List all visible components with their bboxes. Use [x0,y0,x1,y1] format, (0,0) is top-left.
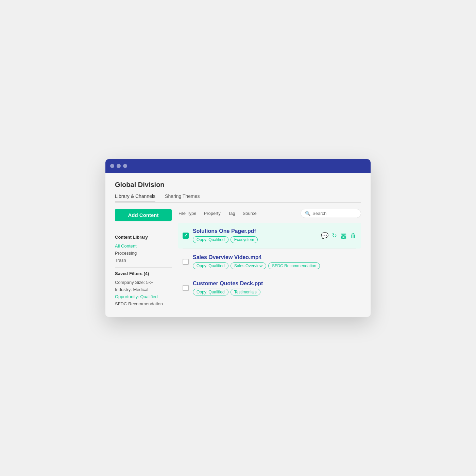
row-info-3: Customer Quotes Deck.ppt Oppy: Qualified… [193,280,356,295]
filter-property[interactable]: Property [203,209,221,217]
tag-3-1[interactable]: Testimonials [231,289,260,295]
content-row-1: Solutions One Pager.pdf Oppy: Qualified … [178,223,361,249]
row-title-2: Sales Overview Video.mp4 [193,254,356,260]
checkbox-checked-row-1 [183,233,189,239]
filter-tag[interactable]: Tag [227,209,236,217]
search-box: 🔍 [301,209,361,218]
checkbox-row-3[interactable] [183,285,189,291]
content-row-2: Sales Overview Video.mp4 Oppy: Qualified… [178,249,361,275]
checkbox-unchecked-row-2 [183,259,189,265]
dot-green [123,164,127,168]
row-tags-2: Oppy: Qualified Sales Overview SFDC Reco… [193,262,356,269]
toolbar: File Type Property Tag Source 🔍 [178,209,361,218]
search-icon: 🔍 [305,211,310,216]
sidebar-item-processing[interactable]: Processing [115,250,172,257]
app-title: Global Division [115,181,361,189]
row-tags-1: Oppy: Qualified Ecosystem [193,236,317,243]
filter-file-type[interactable]: File Type [178,209,197,217]
tabs-bar: Library & Channels Sharing Themes [115,193,361,203]
content-row-3: Customer Quotes Deck.ppt Oppy: Qualified… [178,275,361,301]
stats-icon[interactable]: ▩ [340,232,347,240]
checkbox-row-2[interactable] [183,259,189,265]
dot-yellow [117,164,121,168]
filter-source[interactable]: Source [242,209,257,217]
tag-1-0[interactable]: Oppy: Qualified [193,236,228,243]
row-info-2: Sales Overview Video.mp4 Oppy: Qualified… [193,254,356,269]
dot-red [110,164,114,168]
tab-sharing[interactable]: Sharing Themes [165,193,200,202]
tag-2-1[interactable]: Sales Overview [231,262,266,269]
row-info-1: Solutions One Pager.pdf Oppy: Qualified … [193,228,317,243]
main-content: File Type Property Tag Source 🔍 [178,209,361,307]
saved-filters-title: Saved Filters (4) [115,271,172,276]
row-tags-3: Oppy: Qualified Testimonials [193,289,356,295]
add-content-button[interactable]: Add Content [115,209,172,221]
row-title-3: Customer Quotes Deck.ppt [193,280,356,287]
row-actions-1: 💬 ↻ ▩ 🗑 [321,232,356,240]
sidebar-item-trash[interactable]: Trash [115,257,172,264]
content-area: Add Content Content Library All Content … [115,209,361,307]
search-input[interactable] [312,211,357,216]
tag-3-0[interactable]: Oppy: Qualified [193,289,228,295]
tag-1-1[interactable]: Ecosystem [231,236,258,243]
chat-icon[interactable]: 💬 [321,232,328,239]
content-library-title: Content Library [115,235,172,240]
app-window: Global Division Library & Channels Shari… [105,159,371,317]
tag-2-0[interactable]: Oppy: Qualified [193,262,228,269]
refresh-icon[interactable]: ↻ [332,232,337,239]
checkbox-row-1[interactable] [183,233,189,239]
content-list: Solutions One Pager.pdf Oppy: Qualified … [178,223,361,301]
titlebar [105,159,371,173]
checkbox-unchecked-row-3 [183,285,189,291]
sidebar-item-all-content[interactable]: All Content [115,242,172,250]
tag-2-2[interactable]: SFDC Recommendation [268,262,320,269]
sidebar-filter-opportunity[interactable]: Opportunity: Qualified [115,293,172,300]
sidebar-filter-industry[interactable]: Industry: Medical [115,286,172,293]
sidebar-filter-company-size[interactable]: Company Size: 5k+ [115,279,172,286]
sidebar-divider-2 [115,267,172,268]
trash-icon[interactable]: 🗑 [350,232,356,239]
sidebar: Add Content Content Library All Content … [115,209,178,307]
row-title-1: Solutions One Pager.pdf [193,228,317,234]
sidebar-divider-1 [115,231,172,231]
window-body: Global Division Library & Channels Shari… [105,173,371,317]
sidebar-filter-sfdc[interactable]: SFDC Recommendation [115,300,172,307]
tab-library[interactable]: Library & Channels [115,193,155,202]
